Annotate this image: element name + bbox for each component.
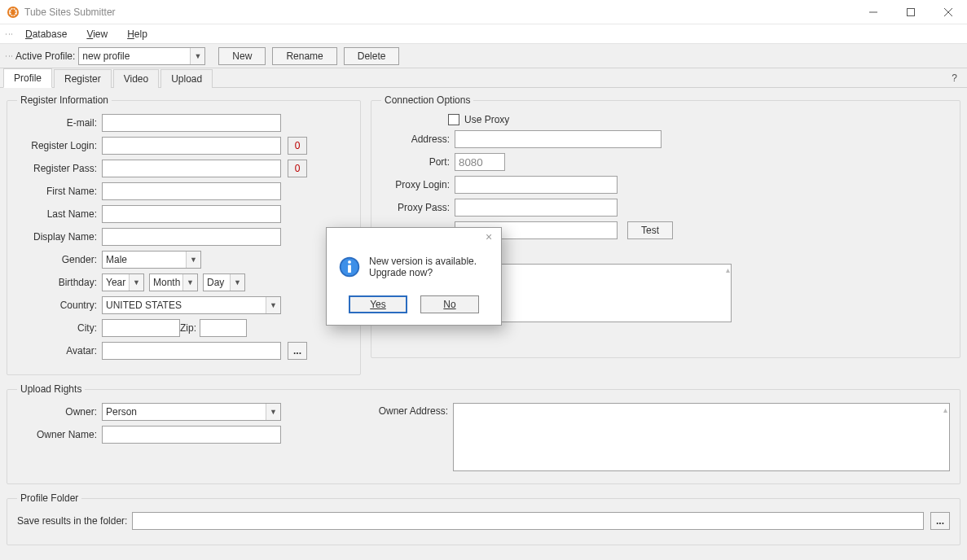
tab-upload[interactable]: Upload: [160, 69, 213, 88]
year-combo[interactable]: Year ▼: [102, 273, 144, 291]
upload-rights-group: Upload Rights Owner: Person ▼ Owner Name…: [7, 383, 960, 484]
avatar-label: Avatar:: [17, 345, 102, 357]
chevron-down-icon: ▼: [182, 274, 197, 291]
first-name-label: First Name:: [17, 186, 102, 197]
avatar-input[interactable]: [102, 342, 281, 360]
pass-label: Register Pass:: [17, 163, 102, 174]
zip-label: Zip:: [180, 322, 200, 334]
pass-input[interactable]: [102, 160, 281, 177]
owner-label: Owner:: [17, 406, 102, 418]
chevron-down-icon: ▼: [129, 274, 143, 291]
pass-count: 0: [288, 160, 307, 177]
test-button[interactable]: Test: [627, 221, 673, 239]
month-combo[interactable]: Month ▼: [149, 273, 198, 291]
save-folder-label: Save results in the folder:: [17, 515, 132, 527]
menu-view[interactable]: View: [77, 26, 117, 42]
menu-database[interactable]: Database: [15, 26, 77, 42]
grip-icon: ⋮: [8, 52, 11, 59]
display-name-label: Display Name:: [17, 231, 102, 243]
active-profile-value: new profile: [82, 50, 190, 62]
profile-folder-legend: Profile Folder: [17, 492, 81, 504]
scroll-up-icon: ▴: [726, 265, 730, 274]
address-label: Address:: [381, 133, 455, 145]
tabstrip: Profile Register Video Upload ?: [0, 68, 967, 88]
use-proxy-label: Use Proxy: [464, 114, 509, 125]
owner-combo[interactable]: Person ▼: [102, 403, 281, 421]
zip-input[interactable]: [200, 319, 247, 337]
tab-video[interactable]: Video: [113, 69, 159, 88]
owner-address-label: Owner Address:: [371, 403, 453, 474]
proxy-login-label: Proxy Login:: [381, 179, 455, 190]
new-button[interactable]: New: [218, 47, 266, 65]
titlebar: Tube Sites Submitter: [0, 0, 967, 24]
close-button[interactable]: [930, 0, 967, 24]
country-label: Country:: [17, 300, 102, 311]
chevron-down-icon: ▼: [230, 274, 244, 291]
active-profile-label: Active Profile:: [15, 50, 75, 62]
connection-options-legend: Connection Options: [381, 94, 473, 106]
yes-button[interactable]: Yes: [349, 295, 407, 313]
proxy-pass-label: Proxy Pass:: [381, 202, 455, 213]
svg-point-7: [348, 260, 351, 264]
port-label: Port:: [381, 156, 455, 168]
tab-profile[interactable]: Profile: [3, 68, 52, 88]
menubar: ⋮ Database View Help: [0, 24, 967, 44]
register-info-legend: Register Information: [17, 94, 112, 106]
delete-button[interactable]: Delete: [344, 47, 400, 65]
grip-icon: ⋮: [8, 30, 11, 37]
svg-rect-8: [348, 265, 351, 273]
rename-button[interactable]: Rename: [272, 47, 336, 65]
last-name-label: Last Name:: [17, 208, 102, 220]
no-button[interactable]: No: [420, 295, 479, 313]
svg-rect-2: [908, 8, 915, 15]
proxy-address-input[interactable]: [455, 130, 662, 148]
dialog-line2: Upgrade now?: [369, 267, 477, 278]
save-folder-input[interactable]: [132, 512, 924, 530]
folder-browse-button[interactable]: ...: [930, 512, 950, 530]
active-profile-combo[interactable]: new profile ▼: [78, 47, 205, 65]
display-name-input[interactable]: [102, 228, 281, 246]
profile-folder-group: Profile Folder Save results in the folde…: [7, 492, 960, 545]
last-name-input[interactable]: [102, 205, 281, 223]
scroll-up-icon: ▴: [943, 405, 947, 414]
email-input[interactable]: [102, 114, 281, 132]
owner-name-input[interactable]: [102, 426, 281, 444]
proxy-login-input[interactable]: [455, 176, 618, 194]
first-name-input[interactable]: [102, 182, 281, 200]
maximize-button[interactable]: [892, 0, 930, 24]
login-label: Register Login:: [17, 140, 102, 151]
register-info-group: Register Information E-mail: Register Lo…: [7, 94, 361, 375]
avatar-browse-button[interactable]: ...: [288, 342, 307, 360]
tab-register[interactable]: Register: [54, 69, 112, 88]
upload-rights-legend: Upload Rights: [17, 383, 85, 395]
city-input[interactable]: [102, 319, 180, 337]
window-title: Tube Sites Submitter: [24, 7, 116, 18]
chevron-down-icon: ▼: [186, 252, 200, 268]
info-icon: [338, 256, 361, 281]
use-proxy-checkbox[interactable]: [448, 114, 459, 125]
proxy-port-input[interactable]: [455, 153, 505, 171]
app-icon: [7, 6, 20, 19]
day-combo[interactable]: Day ▼: [203, 273, 245, 291]
upgrade-dialog: × New version is available. Upgrade now?…: [326, 227, 502, 326]
dialog-line1: New version is available.: [369, 256, 477, 267]
close-icon[interactable]: ×: [477, 230, 501, 243]
login-count: 0: [288, 137, 307, 155]
chevron-down-icon: ▼: [190, 48, 204, 64]
menu-help[interactable]: Help: [117, 26, 157, 42]
owner-address-textarea[interactable]: [453, 403, 950, 471]
login-input[interactable]: [102, 137, 281, 155]
proxy-pass-input[interactable]: [455, 199, 618, 217]
chevron-down-icon: ▼: [266, 297, 280, 313]
gender-combo[interactable]: Male ▼: [102, 251, 201, 269]
email-label: E-mail:: [17, 117, 102, 129]
gender-label: Gender:: [17, 254, 102, 265]
toolbar: ⋮ Active Profile: new profile ▼ New Rena…: [0, 44, 967, 68]
owner-name-label: Owner Name:: [17, 429, 102, 440]
city-label: City:: [17, 322, 102, 334]
chevron-down-icon: ▼: [266, 404, 280, 420]
minimize-button[interactable]: [855, 0, 892, 24]
country-combo[interactable]: UNITED STATES ▼: [102, 296, 281, 314]
birthday-label: Birthday:: [17, 277, 102, 288]
help-icon[interactable]: ?: [948, 69, 960, 87]
